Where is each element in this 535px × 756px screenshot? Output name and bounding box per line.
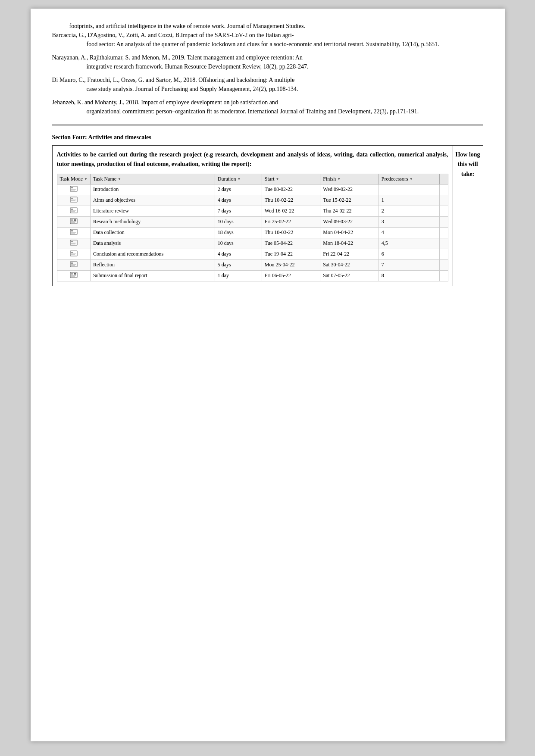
svg-rect-17 (70, 229, 77, 234)
finish-3: Wed 09-03-22 (320, 216, 379, 227)
svg-rect-8 (70, 208, 77, 213)
col-header-task-name[interactable]: Task Name ▼ (90, 174, 215, 184)
references-section: footprints, and artificial intelligence … (52, 22, 483, 116)
duration-0: 2 days (215, 184, 262, 195)
col-header-extra (439, 174, 448, 184)
duration-6: 4 days (215, 249, 262, 259)
col-header-predecessors[interactable]: Predecessors ▼ (379, 174, 439, 184)
table-row: Conclusion and recommendations 4 days Tu… (57, 249, 448, 259)
ref-cont-3: integrative research framework. Human Re… (69, 62, 309, 71)
table-row: Reflection 5 days Mon 25-04-22 Sat 30-04… (57, 259, 448, 270)
svg-rect-34 (71, 273, 73, 275)
start-7: Mon 25-04-22 (262, 259, 320, 270)
section-four-header: Section Four: Activities and timescales (52, 134, 483, 141)
task-mode-6 (57, 249, 90, 259)
task-mode-icon-3 (70, 218, 78, 224)
predecessors-0 (379, 184, 439, 195)
gantt-table: Task Mode ▼ Task Name ▼ (57, 174, 448, 281)
predecessors-3: 3 (379, 216, 439, 227)
finish-4: Mon 04-04-22 (320, 227, 379, 238)
task-name-6: Conclusion and recommendations (90, 249, 215, 259)
task-name-2: Literature review (90, 206, 215, 216)
table-row: Literature review 7 days Wed 16-02-22 Th… (57, 206, 448, 216)
extra-2 (439, 206, 448, 216)
task-mode-icon-8 (70, 272, 78, 278)
duration-1: 4 days (215, 195, 262, 206)
duration-2: 7 days (215, 206, 262, 216)
extra-0 (439, 184, 448, 195)
ref-entry-2: Barcaccia, G., D'Agostino, V., Zotti, A.… (52, 31, 483, 49)
activities-main: Activities to be carried out during the … (53, 146, 453, 286)
extra-6 (439, 249, 448, 259)
activities-container: Activities to be carried out during the … (52, 145, 483, 286)
task-mode-7 (57, 259, 90, 270)
ref-continuation-1: footprints, and artificial intelligence … (52, 22, 483, 31)
task-mode-icon-1 (70, 197, 78, 203)
task-mode-icon-5 (70, 240, 78, 246)
ref-entry-4: Di Mauro, C., Fratocchi, L., Orzes, G. a… (52, 75, 483, 94)
task-mode-icon-6 (70, 250, 78, 256)
predecessors-1: 1 (379, 195, 439, 206)
table-row: Introduction 2 days Tue 08-02-22 Wed 09-… (57, 184, 448, 195)
duration-5: 10 days (215, 238, 262, 249)
finish-7: Sat 30-04-22 (320, 259, 379, 270)
section-divider (52, 125, 483, 125)
start-0: Tue 08-02-22 (262, 184, 320, 195)
svg-rect-13 (71, 219, 73, 221)
start-2: Wed 16-02-22 (262, 206, 320, 216)
finish-1: Tue 15-02-22 (320, 195, 379, 206)
extra-8 (439, 270, 448, 281)
task-mode-0 (57, 184, 90, 195)
ref-cont-2: food sector: An analysis of the quarter … (69, 40, 439, 49)
task-mode-5 (57, 238, 90, 249)
extra-4 (439, 227, 448, 238)
start-5: Tue 05-04-22 (262, 238, 320, 249)
finish-5: Mon 18-04-22 (320, 238, 379, 249)
predecessors-2: 2 (379, 206, 439, 216)
duration-dropdown-icon[interactable]: ▼ (237, 177, 241, 181)
table-row: Data analysis 10 days Tue 05-04-22 Mon 1… (57, 238, 448, 249)
col-header-duration[interactable]: Duration ▼ (215, 174, 262, 184)
col-header-finish[interactable]: Finish ▼ (320, 174, 379, 184)
col-header-start[interactable]: Start ▼ (262, 174, 320, 184)
finish-0: Wed 09-02-22 (320, 184, 379, 195)
finish-dropdown-icon[interactable]: ▼ (337, 177, 341, 181)
table-row: Aims and objectives 4 days Thu 10-02-22 … (57, 195, 448, 206)
start-dropdown-icon[interactable]: ▼ (276, 177, 279, 181)
task-mode-icon-4 (70, 229, 78, 235)
col-header-task-mode[interactable]: Task Mode ▼ (57, 174, 90, 184)
task-mode-1 (57, 195, 90, 206)
duration-8: 1 day (215, 270, 262, 281)
task-name-5: Data analysis (90, 238, 215, 249)
activities-description: Activities to be carried out during the … (57, 150, 448, 169)
start-4: Thu 10-03-22 (262, 227, 320, 238)
task-mode-dropdown-icon[interactable]: ▼ (84, 177, 88, 181)
finish-2: Thu 24-02-22 (320, 206, 379, 216)
ref-hanging-2: Barcaccia, G., D'Agostino, V., Zotti, A.… (52, 32, 294, 38)
task-mode-icon-7 (70, 261, 78, 267)
ref-hanging-5: Jehanzeb, K. and Mohanty, J., 2018. Impa… (52, 99, 278, 106)
svg-rect-25 (70, 251, 77, 256)
ref-cont-5: organizational commitment: person–organi… (69, 107, 419, 116)
task-name-0: Introduction (90, 184, 215, 195)
svg-rect-22 (71, 241, 73, 242)
svg-rect-1 (71, 187, 73, 188)
svg-rect-9 (71, 209, 73, 210)
ref-cont-4: case study analysis. Journal of Purchasi… (69, 84, 298, 94)
page: footprints, and artificial intelligence … (31, 9, 505, 741)
task-name-1: Aims and objectives (90, 195, 215, 206)
predecessors-dropdown-icon[interactable]: ▼ (410, 177, 413, 181)
start-8: Fri 06-05-22 (262, 270, 320, 281)
task-name-7: Reflection (90, 259, 215, 270)
task-name-dropdown-icon[interactable]: ▼ (118, 177, 121, 181)
extra-5 (439, 238, 448, 249)
predecessors-5: 4,5 (379, 238, 439, 249)
svg-rect-35 (74, 273, 76, 275)
svg-rect-21 (70, 240, 77, 245)
svg-rect-29 (70, 262, 77, 267)
predecessors-8: 8 (379, 270, 439, 281)
table-row: Data collection 18 days Thu 10-03-22 Mon… (57, 227, 448, 238)
start-1: Thu 10-02-22 (262, 195, 320, 206)
start-6: Tue 19-04-22 (262, 249, 320, 259)
predecessors-4: 4 (379, 227, 439, 238)
